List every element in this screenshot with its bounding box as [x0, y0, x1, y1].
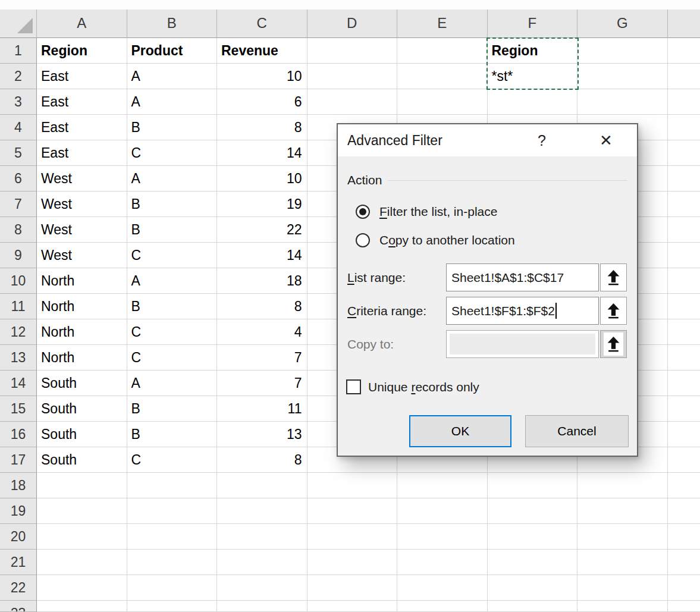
cell-D1[interactable] [307, 38, 398, 64]
row-header-20[interactable]: 20 [0, 524, 37, 550]
cell-H1-partial[interactable] [668, 38, 700, 64]
cell-D20[interactable] [307, 524, 398, 550]
cell-B15[interactable]: B [127, 396, 218, 422]
cell-B14[interactable]: A [127, 371, 218, 396]
cell-B19[interactable] [127, 498, 218, 524]
cell-G21[interactable] [577, 550, 668, 575]
cell-H7-partial[interactable] [668, 192, 700, 217]
cell-H21-partial[interactable] [668, 550, 700, 575]
cell-A7[interactable]: West [37, 192, 127, 217]
cell-A12[interactable]: North [37, 319, 127, 345]
row-header-5[interactable]: 5 [0, 140, 37, 166]
cell-F2[interactable]: *st* [488, 64, 578, 89]
cell-F23[interactable] [488, 601, 578, 612]
row-header-18[interactable]: 18 [0, 473, 37, 498]
cell-G2[interactable] [577, 64, 668, 89]
cell-B20[interactable] [127, 524, 218, 550]
column-header-C[interactable]: C [217, 10, 307, 38]
cell-B17[interactable]: C [127, 447, 218, 473]
list-range-collapse-button[interactable] [600, 263, 627, 291]
cell-A4[interactable]: East [37, 115, 127, 140]
cell-B3[interactable]: A [127, 89, 218, 115]
cell-C9[interactable]: 14 [217, 243, 307, 268]
cell-C17[interactable]: 8 [217, 447, 307, 473]
cell-C3[interactable]: 6 [217, 89, 307, 115]
cell-A1[interactable]: Region [37, 38, 127, 64]
row-header-16[interactable]: 16 [0, 422, 37, 447]
cell-H14-partial[interactable] [668, 371, 700, 396]
cell-G1[interactable] [577, 38, 668, 64]
cell-D21[interactable] [307, 550, 398, 575]
cell-B9[interactable]: C [127, 243, 218, 268]
column-header-F[interactable]: F [488, 10, 578, 38]
cell-E3[interactable] [397, 89, 488, 115]
row-header-15[interactable]: 15 [0, 396, 37, 422]
cell-H8-partial[interactable] [668, 217, 700, 243]
cell-G23[interactable] [577, 601, 668, 612]
cell-E20[interactable] [397, 524, 488, 550]
cell-H22-partial[interactable] [668, 575, 700, 601]
cell-H13-partial[interactable] [668, 345, 700, 371]
cell-A23[interactable] [37, 601, 127, 612]
cell-D22[interactable] [307, 575, 398, 601]
cell-C18[interactable] [217, 473, 307, 498]
cell-F20[interactable] [488, 524, 578, 550]
cell-A18[interactable] [37, 473, 127, 498]
list-range-input[interactable]: Sheet1!$A$1:$C$17 [446, 263, 599, 291]
cell-C12[interactable]: 4 [217, 319, 307, 345]
cell-E21[interactable] [397, 550, 488, 575]
cell-B8[interactable]: B [127, 217, 218, 243]
cell-H2-partial[interactable] [668, 64, 700, 89]
cell-H6-partial[interactable] [668, 166, 700, 192]
row-header-6[interactable]: 6 [0, 166, 37, 192]
cell-A15[interactable]: South [37, 396, 127, 422]
cell-A14[interactable]: South [37, 371, 127, 396]
cell-B11[interactable]: B [127, 294, 218, 319]
cell-A2[interactable]: East [37, 64, 127, 89]
cell-A9[interactable]: West [37, 243, 127, 268]
row-header-10[interactable]: 10 [0, 268, 37, 294]
cell-H16-partial[interactable] [668, 422, 700, 447]
row-header-11[interactable]: 11 [0, 294, 37, 319]
row-header-12[interactable]: 12 [0, 319, 37, 345]
cell-H10-partial[interactable] [668, 268, 700, 294]
cell-B23[interactable] [127, 601, 218, 612]
cell-B2[interactable]: A [127, 64, 218, 89]
cell-C6[interactable]: 10 [217, 166, 307, 192]
cell-C11[interactable]: 8 [217, 294, 307, 319]
cell-C21[interactable] [217, 550, 307, 575]
row-header-1[interactable]: 1 [0, 38, 37, 64]
row-header-3[interactable]: 3 [0, 89, 37, 115]
cell-D18[interactable] [307, 473, 398, 498]
cell-A22[interactable] [37, 575, 127, 601]
column-header-G[interactable]: G [577, 10, 668, 38]
cell-A13[interactable]: North [37, 345, 127, 371]
cell-B7[interactable]: B [127, 192, 218, 217]
column-header-D[interactable]: D [307, 10, 398, 38]
cell-H4-partial[interactable] [668, 115, 700, 140]
cell-G19[interactable] [577, 498, 668, 524]
cell-A16[interactable]: South [37, 422, 127, 447]
cell-D23[interactable] [307, 601, 398, 612]
row-header-22[interactable]: 22 [0, 575, 37, 601]
row-header-4[interactable]: 4 [0, 115, 37, 140]
cell-G20[interactable] [577, 524, 668, 550]
row-header-2[interactable]: 2 [0, 64, 37, 89]
cell-C23[interactable] [217, 601, 307, 612]
cell-C8[interactable]: 22 [217, 217, 307, 243]
cell-C2[interactable]: 10 [217, 64, 307, 89]
column-header-E[interactable]: E [397, 10, 488, 38]
select-all-button[interactable] [0, 10, 37, 38]
cell-B6[interactable]: A [127, 166, 218, 192]
cell-B18[interactable] [127, 473, 218, 498]
cell-A11[interactable]: North [37, 294, 127, 319]
cell-B22[interactable] [127, 575, 218, 601]
cell-G22[interactable] [577, 575, 668, 601]
copy-to-collapse-button[interactable] [600, 330, 627, 358]
unique-records-checkbox[interactable] [346, 379, 361, 394]
cell-A17[interactable]: South [37, 447, 127, 473]
cancel-button[interactable]: Cancel [525, 415, 629, 447]
cell-G18[interactable] [577, 473, 668, 498]
cell-C7[interactable]: 19 [217, 192, 307, 217]
cell-E22[interactable] [397, 575, 488, 601]
